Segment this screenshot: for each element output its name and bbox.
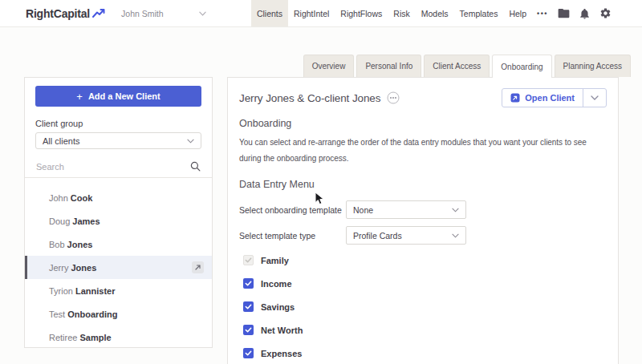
search-icon <box>190 161 201 172</box>
checkbox-net-worth[interactable] <box>243 325 254 335</box>
advisor-name: John Smith <box>121 9 164 18</box>
nav-item-rightflows[interactable]: RightFlows <box>335 0 388 26</box>
nav-item-rightintel[interactable]: RightIntel <box>288 0 335 26</box>
client-group-label: Client group <box>35 119 201 128</box>
checkbox-expenses[interactable] <box>243 348 254 358</box>
client-row-doug-james[interactable]: DougJames <box>25 209 212 233</box>
search-input[interactable] <box>36 162 177 172</box>
nav-item-templates[interactable]: Templates <box>454 0 504 26</box>
onboarding-template-row: Select onboarding template None <box>239 200 607 219</box>
folder-icon[interactable] <box>553 0 575 26</box>
tab-client-access[interactable]: Client Access <box>424 55 490 77</box>
client-row-john-cook[interactable]: JohnCook <box>25 186 212 209</box>
tab-onboarding[interactable]: Onboarding <box>492 55 551 78</box>
module-row-family: Family <box>243 249 607 272</box>
ellipsis-menu-icon[interactable] <box>387 91 400 104</box>
client-detail-tabs: Overview Personal Info Client Access Onb… <box>303 55 631 77</box>
client-list-panel: + Add a New Client Client group All clie… <box>24 77 213 348</box>
onboarding-template-label: Select onboarding template <box>239 205 346 215</box>
app-logo: RightCapital <box>26 7 107 20</box>
onboarding-panel: Jerry Jones & Co-client Jones Open Clien… <box>227 77 619 364</box>
chevron-down-icon <box>452 233 459 238</box>
client-row-retiree-sample[interactable]: RetireeSample <box>25 326 212 349</box>
open-client-split-button: Open Client <box>502 88 607 107</box>
open-client-button[interactable]: Open Client <box>502 89 583 107</box>
nav-item-help[interactable]: Help <box>503 0 532 26</box>
module-row-savings: Savings <box>243 295 607 318</box>
advisor-dropdown[interactable]: John Smith <box>121 9 206 18</box>
client-header: Jerry Jones & Co-client Jones Open Clien… <box>239 87 607 108</box>
data-entry-menu-heading: Data Entry Menu <box>239 179 607 190</box>
chevron-down-icon <box>591 95 599 100</box>
open-client-external-icon[interactable] <box>192 261 204 273</box>
module-row-net-worth: Net Worth <box>243 318 607 342</box>
open-client-dropdown-toggle[interactable] <box>583 89 606 107</box>
nav-item-models[interactable]: Models <box>416 0 454 26</box>
module-row-income: Income <box>243 272 607 295</box>
module-row-expenses: Expenses <box>243 342 607 364</box>
open-external-icon <box>510 93 520 103</box>
chevron-down-icon <box>199 11 206 16</box>
main-nav: Clients RightIntel RightFlows Risk Model… <box>251 0 642 26</box>
check-icon <box>245 303 252 310</box>
client-list: JohnCook DougJames BobJones JerryJones T… <box>25 186 212 349</box>
data-entry-modules: Family Income Savings Net Worth Expenses <box>239 249 607 364</box>
chevron-down-icon <box>187 139 194 144</box>
client-row-jerry-jones[interactable]: JerryJones <box>25 256 212 279</box>
template-type-label: Select template type <box>239 231 346 241</box>
checkbox-savings[interactable] <box>243 301 254 312</box>
trending-up-icon <box>91 8 107 18</box>
nav-item-risk[interactable]: Risk <box>388 0 415 26</box>
bell-icon[interactable] <box>575 0 595 26</box>
check-icon <box>245 350 252 357</box>
check-icon <box>245 280 252 287</box>
onboarding-template-select[interactable]: None <box>346 200 466 219</box>
gear-icon[interactable] <box>595 0 616 26</box>
section-description: You can select and re-arrange the order … <box>239 135 607 166</box>
tab-overview[interactable]: Overview <box>303 55 355 77</box>
template-type-row: Select template type Profile Cards <box>239 226 607 245</box>
client-row-test-onboarding[interactable]: TestOnboarding <box>25 302 212 326</box>
client-search <box>25 156 212 178</box>
plus-icon: + <box>76 91 83 103</box>
chevron-down-icon <box>452 208 459 212</box>
logo-text: RightCapital <box>26 7 90 20</box>
app-header: RightCapital John Smith Clients RightInt… <box>0 0 642 27</box>
tab-personal-info[interactable]: Personal Info <box>356 55 421 77</box>
check-icon <box>245 326 252 334</box>
checkbox-income[interactable] <box>243 278 254 289</box>
template-type-select[interactable]: Profile Cards <box>346 226 466 245</box>
add-new-client-button[interactable]: + Add a New Client <box>35 86 201 107</box>
client-row-tyrion-lannister[interactable]: TyrionLannister <box>25 279 212 302</box>
check-icon <box>245 257 252 264</box>
nav-item-clients[interactable]: Clients <box>251 0 288 26</box>
checkbox-family[interactable] <box>243 255 254 265</box>
client-row-bob-jones[interactable]: BobJones <box>25 233 212 256</box>
client-group-select[interactable]: All clients <box>35 132 201 149</box>
page-title: Jerry Jones & Co-client Jones <box>239 92 380 104</box>
tab-planning-access[interactable]: Planning Access <box>555 55 631 77</box>
section-heading: Onboarding <box>239 118 607 129</box>
more-menu-icon[interactable]: ••• <box>532 0 553 26</box>
